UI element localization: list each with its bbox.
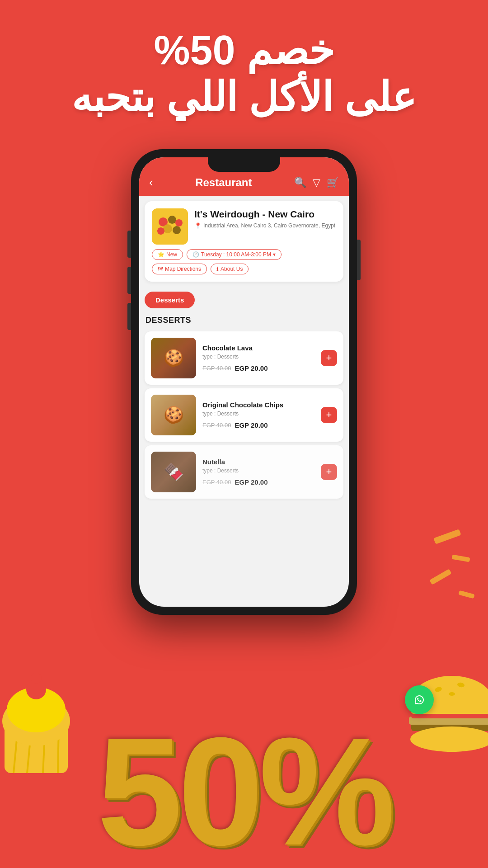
svg-line-1 bbox=[14, 726, 18, 773]
svg-point-23 bbox=[168, 216, 176, 224]
info-icon: ℹ bbox=[216, 266, 219, 272]
menu-item-price-1: EGP 40.00 EGP 20.00 bbox=[202, 364, 314, 372]
menu-item-type-3: type : Desserts bbox=[202, 467, 314, 474]
chevron-down-icon: ▾ bbox=[273, 251, 276, 258]
new-price-3: EGP 20.00 bbox=[235, 478, 267, 486]
old-price-3: EGP 40.00 bbox=[202, 479, 231, 486]
map-icon: 🗺 bbox=[158, 266, 163, 272]
menu-item-details-2: Original Chocolate Chips type : Desserts… bbox=[202, 401, 314, 429]
svg-point-5 bbox=[2, 696, 70, 746]
big-fifty-percent: 50% bbox=[0, 714, 488, 868]
old-price-2: EGP 40.00 bbox=[202, 422, 231, 429]
menu-item-details-1: Chocolate Lava type : Desserts EGP 40.00… bbox=[202, 344, 314, 372]
svg-rect-0 bbox=[5, 723, 68, 773]
menu-item-chocolate-lava: 🍪 Chocolate Lava type : Desserts EGP 40.… bbox=[145, 331, 343, 385]
tag-about-us[interactable]: ℹ About Us bbox=[211, 264, 249, 274]
star-icon: ⭐ bbox=[158, 251, 164, 258]
menu-item-original-chocolate-chips: 🍪 Original Chocolate Chips type : Desser… bbox=[145, 388, 343, 442]
menu-item-type-1: type : Desserts bbox=[202, 354, 314, 360]
tag-map-directions[interactable]: 🗺 Map Directions bbox=[152, 264, 207, 274]
svg-point-12 bbox=[449, 692, 455, 696]
phone-mockup: ‹ Restaurant 🔍 ▽ 🛒 bbox=[131, 149, 357, 615]
restaurant-card: It's Weirdough - New Cairo 📍 Industrial … bbox=[145, 201, 343, 282]
svg-point-28 bbox=[411, 692, 427, 708]
hero-line2: على الأكل اللي بتحبه bbox=[18, 74, 470, 121]
phone-notch bbox=[208, 157, 280, 172]
app-bar-title: Restaurant bbox=[195, 176, 252, 189]
svg-rect-14 bbox=[409, 717, 488, 725]
search-icon[interactable]: 🔍 bbox=[294, 177, 306, 189]
restaurant-address: 📍 Industrial Area, New Cairo 3, Cairo Go… bbox=[194, 222, 336, 229]
new-price-1: EGP 20.00 bbox=[235, 364, 267, 372]
tag-new[interactable]: ⭐ New bbox=[152, 249, 183, 260]
app-bar-actions: 🔍 ▽ 🛒 bbox=[294, 177, 339, 189]
svg-point-6 bbox=[7, 687, 66, 732]
svg-line-4 bbox=[58, 726, 59, 773]
menu-item-name-1: Chocolate Lava bbox=[202, 344, 314, 352]
new-price-2: EGP 20.00 bbox=[235, 421, 267, 429]
svg-point-25 bbox=[163, 224, 172, 233]
svg-line-2 bbox=[27, 726, 32, 773]
svg-point-7 bbox=[26, 679, 46, 699]
menu-item-details-3: Nutella type : Desserts EGP 40.00 EGP 20… bbox=[202, 458, 314, 486]
restaurant-tags: ⭐ New 🕐 Tuesday : 10:00 AM-3:00 PM ▾ 🗺 M… bbox=[152, 249, 336, 274]
menu-item-nutella: 🍫 Nutella type : Desserts EGP 40.00 EGP … bbox=[145, 445, 343, 499]
tag-hours[interactable]: 🕐 Tuesday : 10:00 AM-3:00 PM ▾ bbox=[187, 249, 282, 260]
section-title-desserts: DESSERTS bbox=[139, 312, 349, 328]
menu-item-name-2: Original Chocolate Chips bbox=[202, 401, 314, 409]
menu-item-price-3: EGP 40.00 EGP 20.00 bbox=[202, 478, 314, 486]
old-price-1: EGP 40.00 bbox=[202, 365, 231, 372]
pin-icon: 📍 bbox=[194, 222, 202, 229]
burger-decoration bbox=[402, 669, 488, 778]
add-button-3[interactable]: + bbox=[321, 464, 337, 480]
restaurant-logo bbox=[152, 208, 188, 245]
cart-icon[interactable]: 🛒 bbox=[327, 177, 339, 189]
svg-point-24 bbox=[175, 219, 183, 226]
clock-icon: 🕐 bbox=[192, 251, 199, 258]
back-button[interactable]: ‹ bbox=[149, 175, 153, 189]
svg-point-11 bbox=[457, 682, 465, 688]
menu-item-type-2: type : Desserts bbox=[202, 410, 314, 417]
svg-line-3 bbox=[43, 726, 45, 773]
svg-point-27 bbox=[157, 227, 164, 235]
cupcake-decoration bbox=[0, 651, 81, 778]
menu-item-price-2: EGP 40.00 EGP 20.00 bbox=[202, 421, 314, 429]
menu-item-img-1: 🍪 bbox=[151, 338, 196, 378]
svg-rect-20 bbox=[486, 738, 488, 745]
whatsapp-button[interactable] bbox=[405, 685, 434, 714]
hero-text: خصم 50% على الأكل اللي بتحبه bbox=[0, 27, 488, 121]
menu-item-name-3: Nutella bbox=[202, 458, 314, 466]
svg-point-17 bbox=[410, 726, 488, 752]
svg-point-26 bbox=[173, 226, 181, 234]
tab-desserts[interactable]: Desserts bbox=[145, 292, 195, 308]
restaurant-name: It's Weirdough - New Cairo bbox=[194, 208, 336, 220]
menu-item-img-2: 🍪 bbox=[151, 395, 196, 435]
svg-point-8 bbox=[31, 673, 42, 684]
svg-rect-13 bbox=[411, 721, 488, 731]
menu-scroll: 🍪 Chocolate Lava type : Desserts EGP 40.… bbox=[139, 328, 349, 607]
hero-line1: خصم 50% bbox=[18, 27, 470, 74]
svg-point-10 bbox=[434, 686, 442, 693]
category-tabs: Desserts bbox=[139, 287, 349, 312]
add-button-2[interactable]: + bbox=[321, 407, 337, 423]
filter-icon[interactable]: ▽ bbox=[313, 177, 320, 189]
add-button-1[interactable]: + bbox=[321, 350, 337, 366]
menu-item-img-3: 🍫 bbox=[151, 452, 196, 492]
